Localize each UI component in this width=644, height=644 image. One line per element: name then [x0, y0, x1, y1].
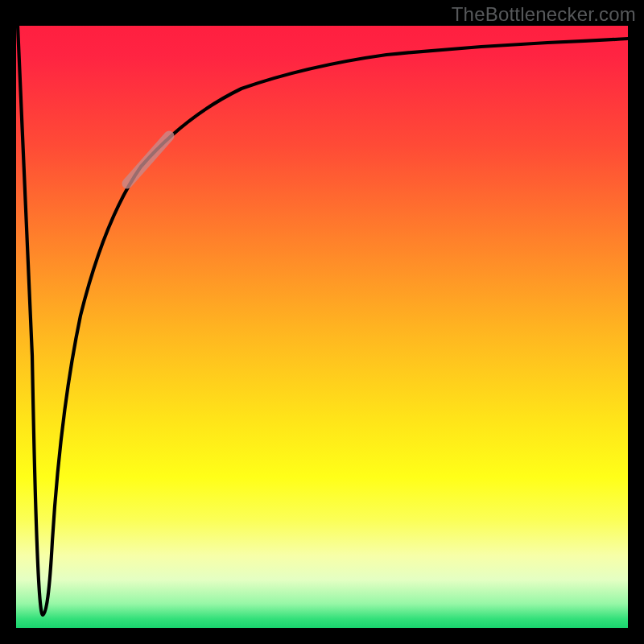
plot-area: [16, 26, 628, 628]
bottleneck-curve-path: [18, 26, 628, 615]
chart-frame: TheBottlenecker.com: [0, 0, 644, 644]
highlight-segment: [127, 136, 169, 184]
curve-svg: [16, 26, 628, 628]
watermark-text: TheBottlenecker.com: [452, 3, 636, 26]
